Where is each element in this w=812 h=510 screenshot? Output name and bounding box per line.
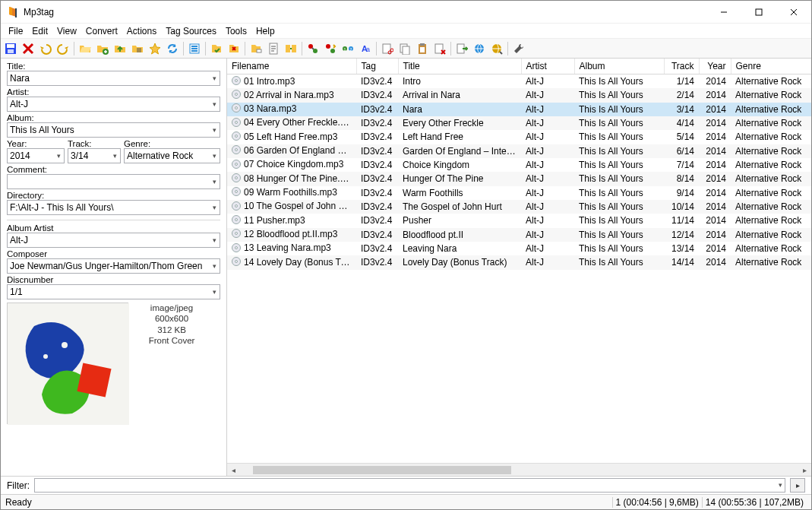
toolbar-separator <box>74 42 74 55</box>
column-filename[interactable]: Filename <box>227 59 356 74</box>
tag-panel: Title: Nara▾ Artist: Alt-J▾ Album: This … <box>1 59 227 476</box>
table-row[interactable]: 09 Warm Foothills.mp3ID3v2.4Warm Foothil… <box>227 186 811 200</box>
table-row[interactable]: 03 Nara.mp3ID3v2.4NaraAlt-JThis Is All Y… <box>227 103 811 116</box>
close-button[interactable] <box>776 1 811 24</box>
album-field[interactable]: This Is All Yours▾ <box>7 122 220 138</box>
filter-go-button[interactable]: ▸ <box>790 478 805 493</box>
minimize-button[interactable] <box>706 1 741 24</box>
table-row[interactable]: 14 Lovely Day (Bonus Track)...ID3v2.4Lov… <box>227 255 811 269</box>
table-row[interactable]: 04 Every Other Freckle.mp3ID3v2.4Every O… <box>227 116 811 130</box>
undo-icon[interactable] <box>37 40 54 57</box>
tag-to-file-icon[interactable] <box>226 40 242 57</box>
toolbar-separator <box>205 42 206 55</box>
table-row[interactable]: 10 The Gospel of John Hurt...ID3v2.4The … <box>227 200 811 214</box>
select-all-icon[interactable] <box>186 40 203 57</box>
menu-tools[interactable]: Tools <box>221 24 251 38</box>
table-row[interactable]: 08 Hunger Of The Pine.mp3ID3v2.4Hunger O… <box>227 172 811 185</box>
actions-icon[interactable] <box>305 40 321 57</box>
table-row[interactable]: 12 Bloodflood pt.II.mp3ID3v2.4Bloodflood… <box>227 228 811 242</box>
tag-cut-icon[interactable] <box>379 40 396 57</box>
filter-label: Filter: <box>7 480 30 491</box>
svg-point-69 <box>235 246 238 249</box>
comment-field[interactable]: ▾ <box>7 174 220 189</box>
disc-icon <box>232 229 241 240</box>
column-tag[interactable]: Tag <box>356 59 398 74</box>
disc-icon <box>232 201 241 213</box>
discnumber-field[interactable]: 1/1▾ <box>7 284 220 299</box>
maximize-button[interactable] <box>741 1 776 24</box>
refresh-icon[interactable] <box>164 40 181 57</box>
menu-file[interactable]: File <box>4 24 27 38</box>
table-row[interactable]: 11 Pusher.mp3ID3v2.4PusherAlt-JThis Is A… <box>227 214 811 227</box>
cover-size: 312 KB <box>137 325 206 335</box>
folder-add-icon[interactable] <box>94 40 111 57</box>
svg-point-71 <box>235 261 238 263</box>
table-row[interactable]: 05 Left Hand Free.mp3ID3v2.4Left Hand Fr… <box>227 130 811 144</box>
svg-rect-7 <box>8 49 14 53</box>
table-row[interactable]: 13 Leaving Nara.mp3ID3v2.4Leaving NaraAl… <box>227 242 811 255</box>
tag-remove-icon[interactable] <box>431 40 448 57</box>
scroll-right-icon[interactable]: ▸ <box>798 464 811 477</box>
table-row[interactable]: 06 Garden Of England – Int...ID3v2.4Gard… <box>227 144 811 158</box>
status-bar: Ready 1 (00:04:56 | 9,6MB) 14 (00:55:36 … <box>1 494 811 509</box>
composer-field[interactable]: Joe Newman/Gus Unger-Hamilton/Thom Green… <box>7 258 220 274</box>
filter-input[interactable]: ▾ <box>34 478 785 493</box>
tag-copy-icon[interactable] <box>397 40 413 57</box>
tools-icon[interactable] <box>510 40 527 57</box>
folder-open-icon[interactable] <box>77 40 93 57</box>
horizontal-scrollbar[interactable]: ◂ ▸ <box>227 463 811 476</box>
toolbar-separator <box>302 42 302 55</box>
case-icon[interactable]: Aa <box>357 40 374 57</box>
delete-icon[interactable] <box>20 40 36 57</box>
web-lookup-icon[interactable] <box>471 40 488 57</box>
menu-view[interactable]: View <box>52 24 81 38</box>
actions-quick-icon[interactable] <box>322 40 339 57</box>
folder-up-icon[interactable] <box>112 40 128 57</box>
rename-folder-icon[interactable] <box>248 40 264 57</box>
column-artist[interactable]: Artist <box>521 59 574 74</box>
autonumber-icon[interactable]: 12 <box>340 40 356 57</box>
playlist-icon[interactable] <box>129 40 146 57</box>
svg-point-51 <box>235 121 238 123</box>
favorites-icon[interactable] <box>147 40 163 57</box>
cover-mime: image/jpeg <box>137 303 206 313</box>
menu-convert[interactable]: Convert <box>81 24 122 38</box>
column-album[interactable]: Album <box>574 59 664 74</box>
menu-actions[interactable]: Actions <box>122 24 161 38</box>
column-year[interactable]: Year <box>699 59 731 74</box>
track-field[interactable]: 3/14▾ <box>68 148 121 163</box>
svg-rect-2 <box>756 9 762 15</box>
artist-field[interactable]: Alt-J▾ <box>7 97 220 112</box>
column-genre[interactable]: Genre <box>731 59 811 74</box>
genre-field[interactable]: Alternative Rock▾ <box>124 148 220 163</box>
scroll-left-icon[interactable]: ◂ <box>227 464 240 477</box>
directory-field[interactable]: F:\Alt-J - This Is All Yours\▾ <box>7 200 220 215</box>
column-track[interactable]: Track <box>664 59 699 74</box>
year-label: Year: <box>7 139 65 148</box>
menu-edit[interactable]: Edit <box>27 24 52 38</box>
table-row[interactable]: 07 Choice Kingdom.mp3ID3v2.4Choice Kingd… <box>227 158 811 172</box>
tag-from-file-icon[interactable] <box>208 40 225 57</box>
status-total: 14 (00:55:36 | 107,2MB) <box>702 497 807 508</box>
menu-bar: FileEditViewConvertActionsTag SourcesToo… <box>1 24 811 39</box>
menu-help[interactable]: Help <box>251 24 280 38</box>
toolbar: 12Aa <box>1 39 811 59</box>
tag-to-tag-icon[interactable] <box>283 40 299 57</box>
redo-icon[interactable] <box>55 40 71 57</box>
disc-icon <box>232 131 241 143</box>
cover-lookup-icon[interactable] <box>488 40 505 57</box>
export-icon[interactable] <box>453 40 470 57</box>
title-field[interactable]: Nara▾ <box>7 71 220 86</box>
year-field[interactable]: 2014▾ <box>7 148 65 163</box>
disc-icon <box>232 215 241 226</box>
albumartist-field[interactable]: Alt-J▾ <box>7 233 220 248</box>
tag-paste-icon[interactable] <box>414 40 431 57</box>
file-list[interactable]: FilenameTagTitleArtistAlbumTrackYearGenr… <box>227 59 811 463</box>
table-row[interactable]: 01 Intro.mp3ID3v2.4IntroAlt-JThis Is All… <box>227 74 811 89</box>
album-cover[interactable] <box>7 303 128 424</box>
text-file-icon[interactable] <box>265 40 282 57</box>
column-title[interactable]: Title <box>398 59 521 74</box>
save-icon[interactable] <box>2 40 19 57</box>
table-row[interactable]: 02 Arrival in Nara.mp3ID3v2.4Arrival in … <box>227 88 811 102</box>
menu-tag-sources[interactable]: Tag Sources <box>161 24 221 38</box>
